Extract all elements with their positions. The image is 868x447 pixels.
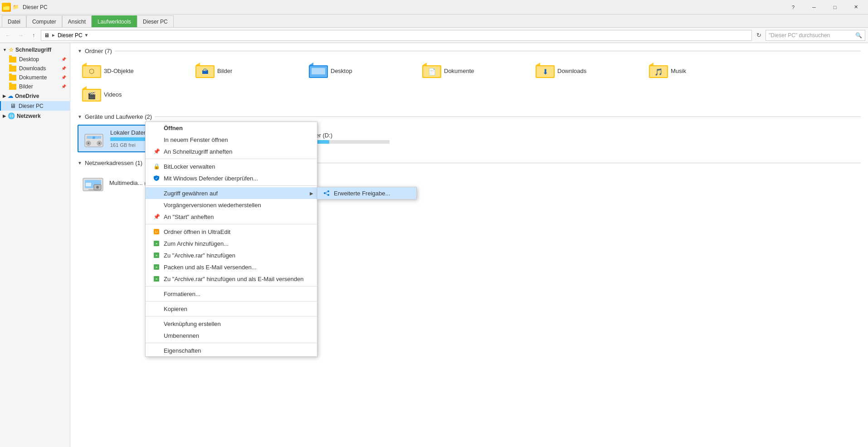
drives-section-header[interactable]: ▼ Geräte und Laufwerke (2) [78, 113, 861, 120]
schnellzugriff-label: Schnellzugriff [15, 47, 51, 53]
minimize-button[interactable]: ─ [804, 0, 824, 15]
svg-marker-19 [536, 63, 540, 65]
svg-marker-27 [82, 86, 87, 89]
sidebar-item-dieser-pc[interactable]: 🖥 Dieser PC [0, 101, 70, 111]
app-icon [2, 3, 11, 12]
folder-item-musik[interactable]: 🎵 Musik [644, 59, 758, 83]
pin-icon: 📌 [61, 75, 66, 80]
folder-icon-musik: 🎵 [649, 63, 667, 79]
sidebar-schnellzugriff-header[interactable]: ▼ ☆ Schnellzugriff [0, 45, 70, 55]
drives-section-line [155, 117, 861, 117]
tab-dieser-pc[interactable]: Dieser PC [137, 15, 174, 27]
dieser-pc-label: Dieser PC [19, 103, 44, 109]
folder-icon [9, 66, 16, 72]
onedrive-icon: ☁ [8, 93, 13, 99]
network-item-name: Multimedia... (Z:) [109, 180, 232, 186]
title-text: Dieser PC [23, 4, 48, 10]
folder-name-musik: Musik [671, 68, 686, 74]
svg-marker-23 [649, 63, 653, 65]
tab-datei[interactable]: Datei [2, 15, 26, 27]
folder-item-dokumente[interactable]: 📄 Dokumente [418, 59, 531, 83]
svg-rect-1 [3, 6, 10, 10]
drive-c-info: Lokaler Datenträger (C:) 161 GB frei [110, 129, 231, 148]
svg-rect-41 [245, 136, 260, 139]
quick-access-icon: 📁 [13, 4, 19, 10]
svg-point-37 [98, 142, 100, 144]
svg-marker-7 [195, 63, 200, 65]
sidebar-netzwerk-header[interactable]: ▶ 🌐 Netzwerk [0, 111, 70, 121]
chevron-right-icon: ▶ [3, 94, 6, 98]
network-section-title: Netzwerkadressen (1) [85, 160, 142, 166]
breadcrumb: 🖥 ► Dieser PC ▼ [41, 30, 752, 41]
star-icon: ☆ [9, 47, 14, 53]
maximize-button[interactable]: □ [824, 0, 845, 15]
sidebar-onedrive-header[interactable]: ▶ ☁ OneDrive [0, 91, 70, 101]
folder-name-desktop: Desktop [331, 68, 352, 74]
drive-d-bar [269, 140, 329, 144]
folder-item-3d-objekte[interactable]: ⬡ 3D-Objekte [78, 59, 191, 83]
tab-laufwerktools[interactable]: Laufwerktools [92, 15, 137, 27]
tab-ansicht[interactable]: Ansicht [62, 15, 92, 27]
breadcrumb-pc-icon: 🖥 [44, 32, 49, 39]
pin-icon: 📌 [61, 57, 66, 62]
title-bar: 📁 Dieser PC ? ─ □ ✕ [0, 0, 868, 15]
svg-text:📄: 📄 [428, 68, 436, 76]
breadcrumb-arrow2: ▼ [83, 33, 90, 38]
folder-item-videos[interactable]: 🎬 Videos [78, 83, 191, 106]
drive-icon-c: ⊞ [83, 130, 105, 148]
folder-icon-bilder: 🏔 [195, 63, 214, 79]
folders-section-header[interactable]: ▼ Ordner (7) [78, 48, 861, 54]
title-controls: ? ─ □ ✕ [783, 0, 866, 15]
svg-text:🎵: 🎵 [654, 68, 663, 76]
drive-item-d[interactable]: Lokaler Datenträger (D:) [236, 125, 395, 152]
folder-name-bilder: Bilder [217, 68, 232, 74]
network-section-header[interactable]: ▼ Netzwerkadressen (1) [78, 160, 861, 166]
network-container: Multimedia... (Z:) [78, 171, 861, 196]
sidebar-dokumente-label: Dokumente [19, 74, 47, 81]
folder-item-bilder[interactable]: 🏔 Bilder [191, 59, 304, 83]
drive-c-bar [110, 137, 146, 141]
drive-c-bar-container [110, 137, 231, 141]
folder-name-3d: 3D-Objekte [104, 68, 134, 74]
svg-text:⊞: ⊞ [93, 136, 95, 139]
drive-icon-d [242, 130, 263, 148]
sidebar-item-desktop[interactable]: Desktop 📌 [0, 55, 70, 64]
folder-icon-desktop [309, 63, 327, 79]
up-button[interactable]: ↑ [28, 30, 39, 41]
network-item-info: Multimedia... (Z:) [109, 180, 232, 188]
sidebar-item-dokumente[interactable]: Dokumente 📌 [0, 73, 70, 82]
folder-item-desktop[interactable]: Desktop [304, 59, 418, 83]
drives-section-title: Geräte und Laufwerke (2) [85, 113, 152, 120]
folders-grid: ⬡ 3D-Objekte 🏔 Bilder [78, 59, 861, 106]
folder-icon-videos: 🎬 [82, 86, 100, 102]
help-button[interactable]: ? [783, 0, 804, 15]
folders-section-title: Ordner (7) [85, 48, 112, 54]
folder-item-downloads[interactable]: ⬇ Downloads [531, 59, 644, 83]
sidebar-item-bilder[interactable]: Bilder 📌 [0, 82, 70, 91]
svg-point-35 [88, 142, 89, 144]
address-bar: ← → ↑ 🖥 ► Dieser PC ▼ ↻ "Dieser PC" durc… [0, 28, 868, 43]
onedrive-label: OneDrive [15, 93, 39, 99]
drive-c-size: 161 GB frei [110, 142, 231, 148]
sidebar-item-downloads[interactable]: Downloads 📌 [0, 64, 70, 73]
refresh-button[interactable]: ↻ [754, 30, 764, 40]
close-button[interactable]: ✕ [845, 0, 866, 15]
folder-icon [9, 57, 16, 63]
drive-d-name: Lokaler Datenträger (D:) [269, 132, 390, 139]
svg-marker-3 [82, 63, 87, 65]
search-icon: 🔍 [855, 32, 862, 39]
sidebar-downloads-label: Downloads [19, 65, 46, 72]
sidebar-bilder-label: Bilder [19, 83, 33, 90]
back-button[interactable]: ← [3, 30, 14, 41]
svg-point-51 [96, 186, 99, 189]
network-item-multimedia[interactable]: Multimedia... (Z:) [78, 171, 236, 196]
svg-rect-14 [312, 68, 325, 74]
network-drive-icon [82, 175, 104, 193]
svg-marker-11 [309, 63, 313, 65]
forward-button[interactable]: → [15, 30, 26, 41]
search-box[interactable]: "Dieser PC" durchsuchen 🔍 [766, 30, 865, 41]
search-placeholder: "Dieser PC" durchsuchen [769, 32, 830, 39]
netzwerk-label: Netzwerk [17, 113, 41, 119]
drive-item-c[interactable]: ⊞ Lokaler Datenträger (C:) 161 GB frei [78, 125, 236, 152]
tab-computer[interactable]: Computer [26, 15, 62, 27]
